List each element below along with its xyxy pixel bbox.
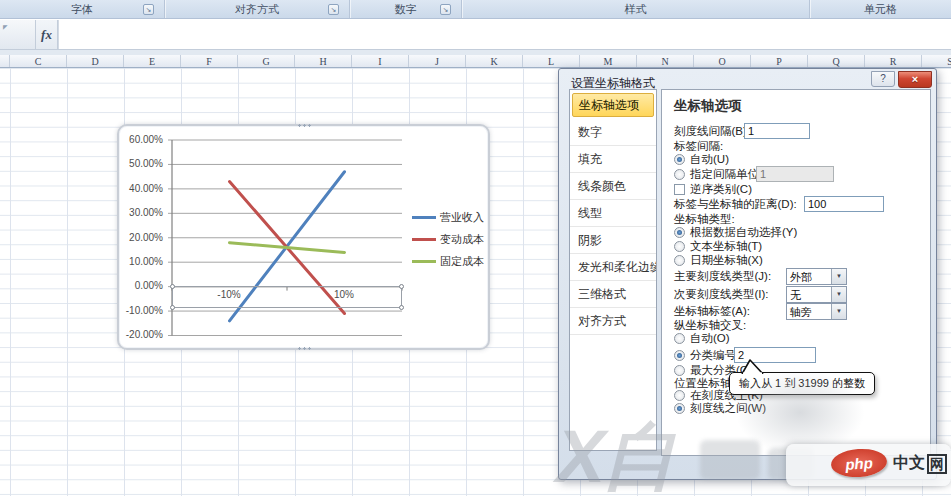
sidebar-item-fill[interactable]: 填充 [570,146,656,173]
column-header[interactable]: D [67,55,124,67]
ribbon-group-label: 样式 [625,2,647,17]
panel-heading: 坐标轴选项 [674,98,924,114]
column-header[interactable]: L [523,55,580,67]
x-axis-label: -10% [207,289,251,300]
radio-specify-unit[interactable] [674,169,685,180]
ribbon-group-label: 数字 [395,2,417,17]
tick-interval-label: 刻度线间隔(B): [674,124,750,139]
auto-interval-option: 自动(U) [674,151,924,167]
column-header[interactable]: O [694,55,751,67]
major-tick-dropdown[interactable]: 外部 ▼ [786,268,847,285]
minor-tick-row: 次要刻度线类型(I): 无 ▼ [674,286,924,302]
chart-area[interactable]: 60.00% 50.00% 40.00% 30.00% 20.00% 10.00… [117,124,490,350]
validation-tooltip: 输入从 1 到 31999 的整数 [729,372,875,395]
axis-options-panel: 坐标轴选项 刻度线间隔(B): 标签间隔: 自动(U) 指定间隔单位(S): 逆… [661,89,931,456]
selection-handle[interactable] [399,305,404,310]
ribbon-group-label: 对齐方式 [235,2,279,17]
sidebar-item-shadow[interactable]: 阴影 [570,227,656,254]
sidebar-item-glow[interactable]: 发光和柔化边缘 [570,254,656,281]
ribbon-group-font: 字体 ↘ [0,0,165,18]
ribbon-group-alignment: 对齐方式 ↘ [165,0,350,18]
selection-handle[interactable] [170,305,175,310]
tooltip-tail [737,359,767,374]
tick-interval-row: 刻度线间隔(B): [674,123,924,139]
column-header[interactable]: K [466,55,523,67]
sidebar-item-axis-options[interactable]: 坐标轴选项 [572,93,654,117]
radio-axis-type-auto[interactable] [674,227,685,238]
ribbon-group-number: 数字 ↘ [350,0,462,18]
legend-label: 固定成本 [440,254,484,269]
sidebar-item-line-color[interactable]: 线条颜色 [570,173,656,200]
minor-tick-dropdown[interactable]: 无 ▼ [786,286,847,303]
column-header[interactable]: F [181,55,238,67]
between-tick-marks-option: 刻度线之间(W) [674,400,924,416]
column-header[interactable]: H [295,55,352,67]
column-header-partial[interactable] [0,55,10,67]
vertical-cross-auto-option: 自动(O) [674,330,924,346]
column-header[interactable]: C [10,55,67,67]
radio-on-tick-marks[interactable] [674,390,685,401]
radio-between-tick-marks[interactable] [674,403,685,414]
column-header[interactable]: N [637,55,694,67]
radio-auto[interactable] [674,154,685,165]
legend-item[interactable]: 营业收入 [412,206,490,228]
column-header[interactable]: Q [808,55,865,67]
specify-unit-input[interactable] [756,166,834,182]
legend-line-swatch [412,238,436,241]
fx-button[interactable]: fx [36,20,58,49]
axis-type-date-option: 日期坐标轴(X) [674,252,924,268]
chevron-down-icon: ▼ [831,269,846,284]
dialog-launcher-icon[interactable]: ↘ [143,4,154,15]
column-headers: C D E F G H I J K L M N O P Q R S [0,55,951,68]
column-header[interactable]: R [865,55,922,67]
legend-item[interactable]: 固定成本 [412,250,490,272]
ribbon-group-cells: 单元格 [810,0,951,18]
sidebar-item-number[interactable]: 数字 [570,119,656,146]
chevron-down-icon: ▼ [831,287,846,302]
column-header[interactable]: E [124,55,181,67]
column-header[interactable]: I [352,55,409,67]
x-axis-label: 10% [322,289,366,300]
major-tick-row: 主要刻度线类型(J): 外部 ▼ [674,268,924,284]
tick-interval-input[interactable] [744,123,810,139]
chart-legend: 营业收入 变动成本 固定成本 [412,206,490,272]
name-box-arrow-icon: ◤ [3,23,8,30]
radio-cross-auto[interactable] [674,333,685,344]
radio-axis-type-text[interactable] [674,241,685,252]
help-button[interactable]: ? [871,71,895,87]
dialog-launcher-icon[interactable]: ↘ [440,4,451,15]
legend-line-swatch [412,216,436,219]
ribbon-group-label: 单元格 [864,2,897,17]
name-box[interactable]: ◤ [0,20,36,49]
formula-bar: ◤ fx [0,20,951,50]
ribbon-group-styles: 样式 [462,0,810,18]
sidebar-item-alignment[interactable]: 对齐方式 [570,308,656,335]
column-header[interactable]: G [238,55,295,67]
label-distance-row: 标签与坐标轴的距离(D): [674,196,924,212]
radio-axis-type-date[interactable] [674,255,685,266]
sidebar-item-3d[interactable]: 三维格式 [570,281,656,308]
legend-line-swatch [412,260,436,263]
radio-max-category[interactable] [674,365,685,376]
category-number-row: 分类编号(E): [674,347,924,363]
ribbon-group-label: 字体 [71,2,93,17]
label-distance-input[interactable] [804,196,884,212]
dialog-sidebar: 坐标轴选项 数字 填充 线条颜色 线型 阴影 发光和柔化边缘 三维格式 对齐方式 [569,89,657,451]
selection-handle[interactable] [399,284,404,289]
checkbox-reverse-category[interactable] [674,184,685,195]
sidebar-item-line-style[interactable]: 线型 [570,200,656,227]
excel-window: 字体 ↘ 对齐方式 ↘ 数字 ↘ 样式 单元格 ◤ fx C D E F G H… [0,0,951,496]
column-header[interactable]: J [409,55,466,67]
column-header[interactable]: S [922,55,951,67]
close-button[interactable]: × [898,71,932,88]
format-axis-dialog: 设置坐标轴格式 ? × 坐标轴选项 数字 填充 线条颜色 线型 阴影 发光和柔化… [558,68,937,480]
specify-unit-option: 指定间隔单位(S): [674,166,924,182]
tooltip-text: 输入从 1 到 31999 的整数 [729,372,875,395]
selection-handle[interactable] [170,284,175,289]
radio-category-number[interactable] [674,350,685,361]
dialog-launcher-icon[interactable]: ↘ [328,4,339,15]
legend-item[interactable]: 变动成本 [412,228,490,250]
column-header[interactable]: M [580,55,637,67]
formula-input[interactable] [58,20,951,49]
column-header[interactable]: P [751,55,808,67]
